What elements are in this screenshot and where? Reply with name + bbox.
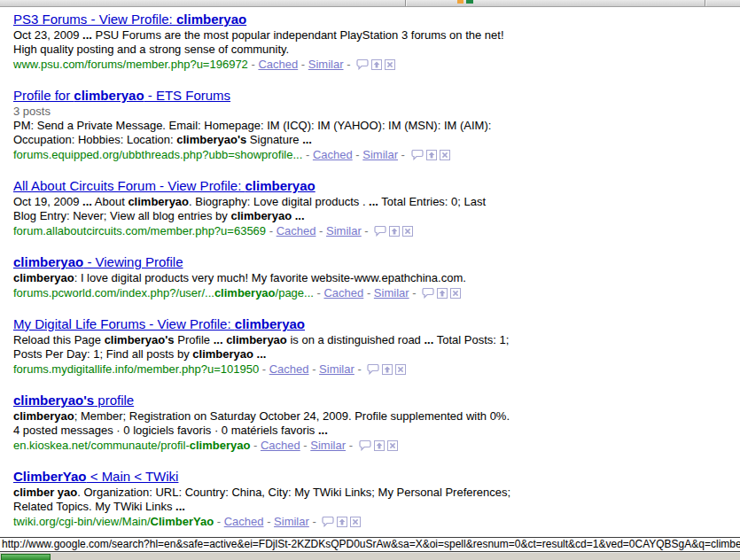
result-title-link[interactable]: climberyao - Viewing Profile [13,254,183,269]
result-snippet: Reload this Page climberyao's Profile ..… [13,333,511,362]
comment-bubble-icon[interactable] [422,288,434,299]
separator: - [344,58,354,71]
remove-icon[interactable] [387,440,398,451]
separator: - [302,148,313,161]
remove-icon[interactable] [385,59,395,70]
search-result: climberyao - Viewing Profileclimberyao: … [13,254,554,302]
similar-link[interactable]: Similar [319,362,354,376]
separator: - [250,439,261,452]
toolbar-icon-fragment-orange [457,0,463,4]
cached-link[interactable]: Cached [277,224,316,237]
separator: - [354,362,365,376]
separator: - [248,58,259,71]
result-title-row: climberyao's profile [13,393,554,408]
remove-icon[interactable] [350,517,361,527]
search-result: Profile for climberyao - ETS Forums3 pos… [13,88,554,164]
search-result: climberyao's profileclimberyao; Member; … [13,393,554,455]
result-url: www.psu.com/forums/member.php?u=196972 [13,58,248,71]
search-result: ClimberYao < Main < TWikiclimber yao. Or… [13,469,554,531]
separator: - [309,362,320,376]
result-snippet: Oct 19, 2009 ... About climberyao. Biogr… [13,195,511,223]
separator: - [398,148,409,161]
comment-bubble-icon[interactable] [411,150,424,160]
separator: - [259,362,269,376]
search-result: My Digital Life Forums - View Profile: c… [13,316,554,378]
separator: - [266,224,277,237]
cached-link[interactable]: Cached [258,58,298,71]
similar-link[interactable]: Similar [310,439,346,452]
searchwiki-icons [364,363,406,378]
search-result: PS3 Forums - View Profile: climberyaoOct… [13,12,554,74]
searchwiki-icons [419,287,461,302]
promote-icon[interactable] [337,517,347,527]
comment-bubble-icon[interactable] [356,59,369,70]
result-url: forums.equipped.org/ubbthreads.php?ubb=s… [13,148,302,161]
result-title-row: climberyao - Viewing Profile [13,254,554,270]
remove-icon[interactable] [395,364,406,375]
comment-bubble-icon[interactable] [359,440,371,451]
separator: - [298,58,308,71]
result-url: en.kioskea.net/communaute/profil-climber… [13,439,250,452]
result-title-link[interactable]: ClimberYao < Main < TWiki [13,469,178,484]
promote-icon[interactable] [389,226,400,237]
separator: - [346,439,356,452]
separator: - [353,148,363,161]
toolbar-divider [705,0,705,6]
result-url-line: forums.mydigitallife.info/member.php?u=1… [13,362,554,378]
separator: - [362,224,372,237]
remove-icon[interactable] [402,226,413,237]
comment-bubble-icon[interactable] [367,364,379,375]
result-stats: 3 posts [13,105,554,119]
result-title-link[interactable]: My Digital Life Forums - View Profile: c… [13,316,305,331]
toolbar-divider [405,0,406,6]
result-snippet: climberyao; Member; Registration on Satu… [13,409,511,438]
similar-link[interactable]: Similar [374,286,409,299]
separator: - [214,515,224,528]
toolbar-icon-fragment-green [466,0,473,4]
promote-icon[interactable] [371,59,382,70]
result-title-row: Profile for climberyao - ETS Forums [13,88,554,104]
comment-bubble-icon[interactable] [322,517,334,527]
result-snippet: climberyao: I love digital products very… [13,271,511,285]
status-bar-url: http://www.google.com/search?hl=en&safe=… [0,537,740,552]
separator: - [300,439,311,452]
cached-link[interactable]: Cached [269,362,309,376]
searchwiki-icons [319,516,361,531]
cached-link[interactable]: Cached [224,515,264,528]
separator: - [409,286,420,299]
similar-link[interactable]: Similar [362,148,398,161]
result-title-link[interactable]: climberyao's profile [13,393,134,408]
remove-icon[interactable] [450,288,461,299]
result-url: forum.allaboutcircuits.com/member.php?u=… [13,224,266,237]
separator: - [309,515,320,528]
result-url-line: en.kioskea.net/communaute/profil-climber… [13,438,554,455]
separator: - [314,286,324,299]
result-title-link[interactable]: All About Circuits Forum - View Profile:… [13,178,315,193]
result-title-link[interactable]: Profile for climberyao - ETS Forums [13,88,230,103]
promote-icon[interactable] [426,150,437,160]
promote-icon[interactable] [382,364,393,375]
result-url: forums.mydigitallife.info/member.php?u=1… [13,362,259,376]
result-url-line: forums.pcworld.com/index.php?/user/...cl… [13,285,554,302]
result-title-row: All About Circuits Forum - View Profile:… [13,178,554,194]
result-snippet: climber yao. Organization: URL: Country:… [13,486,511,514]
result-url-line: forums.equipped.org/ubbthreads.php?ubb=s… [13,147,554,164]
searchwiki-icons [409,149,450,164]
searchwiki-icons [354,58,395,74]
similar-link[interactable]: Similar [308,58,344,71]
promote-icon[interactable] [437,288,448,299]
cached-link[interactable]: Cached [261,439,300,452]
comment-bubble-icon[interactable] [374,226,386,237]
result-title-row: PS3 Forums - View Profile: climberyao [13,12,554,27]
searchwiki-icons [356,439,398,455]
result-url-line: forum.allaboutcircuits.com/member.php?u=… [13,223,554,240]
result-title-row: ClimberYao < Main < TWiki [13,469,554,485]
result-title-link[interactable]: PS3 Forums - View Profile: climberyao [13,12,246,27]
cached-link[interactable]: Cached [313,148,353,161]
similar-link[interactable]: Similar [326,224,362,237]
cached-link[interactable]: Cached [323,286,363,299]
promote-icon[interactable] [374,440,385,451]
result-title-row: My Digital Life Forums - View Profile: c… [13,316,554,332]
similar-link[interactable]: Similar [274,515,309,528]
remove-icon[interactable] [440,150,450,160]
